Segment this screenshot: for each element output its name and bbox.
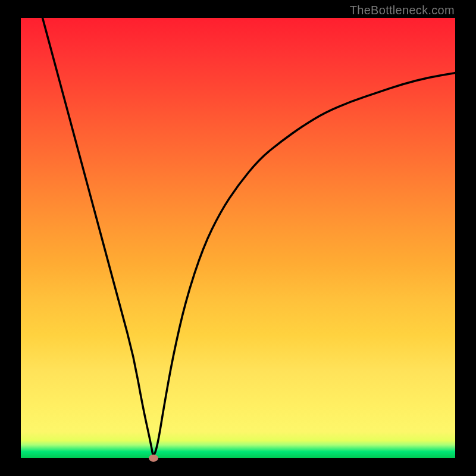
watermark-text: TheBottleneck.com — [350, 4, 455, 17]
minimum-marker — [149, 455, 158, 462]
chart-plot-area — [21, 18, 455, 458]
